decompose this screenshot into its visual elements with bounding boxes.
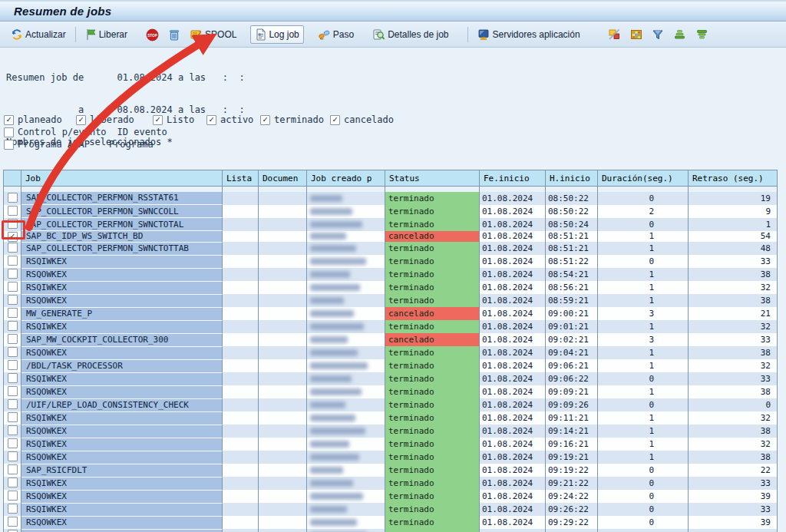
checkbox-liberado[interactable] xyxy=(76,115,86,125)
column-header[interactable]: Lista xyxy=(223,170,259,187)
table-row[interactable]: RSQOWKEXterminado01.08.202409:04:21138 xyxy=(4,346,778,359)
job-name-cell[interactable]: RSQOWKEX xyxy=(21,346,223,359)
row-checkbox[interactable] xyxy=(8,399,18,409)
select-layout-button[interactable] xyxy=(626,25,647,44)
job-name-cell[interactable]: RSQIWKEX xyxy=(21,529,223,532)
select-all-header[interactable] xyxy=(4,170,21,187)
filter-button[interactable] xyxy=(647,25,669,44)
refresh-button[interactable]: Actualizar xyxy=(6,25,71,44)
job-log-button[interactable]: Log job xyxy=(250,25,303,44)
application-servers-button[interactable]: Servidores aplicación xyxy=(473,25,585,44)
row-checkbox[interactable] xyxy=(8,321,18,331)
table-row[interactable]: RSQIWKEXterminado01.08.202409:26:22033 xyxy=(4,503,778,516)
checkbox-listo[interactable] xyxy=(153,115,163,125)
change-layout-button[interactable] xyxy=(603,25,626,44)
table-row[interactable]: RSQIWKEXterminado01.08.202408:56:21132 xyxy=(4,281,778,294)
job-name-cell[interactable]: RSQOWKEX xyxy=(21,294,223,307)
table-row[interactable]: MW_GENERATE_Pcancelado01.08.202409:00:21… xyxy=(4,307,778,320)
job-name-cell[interactable]: RSQOWKEX xyxy=(21,268,223,281)
row-checkbox[interactable] xyxy=(8,451,18,461)
column-header[interactable]: Job xyxy=(21,170,223,187)
job-name-cell[interactable]: SAP_COLLECTOR_PERFMON_SWNCTOTTAB xyxy=(21,242,223,255)
job-name-cell[interactable]: SAP_COLLECTOR_PERFMON_RSSTAT61 xyxy=(21,192,223,205)
job-name-cell[interactable]: RSQOWKEX xyxy=(21,516,223,529)
checkbox-cancelado[interactable] xyxy=(330,115,340,125)
job-name-cell[interactable]: RSQIWKEX xyxy=(21,281,223,294)
table-row[interactable]: RSQOWKEXterminado01.08.202409:09:21138 xyxy=(4,385,778,398)
step-button[interactable]: Paso xyxy=(313,25,358,44)
table-row[interactable]: RSQOWKEXterminado01.08.202408:59:21138 xyxy=(4,294,778,307)
table-row[interactable]: SAP_MW_COCKPIT_COLLECTOR_300cancelado01.… xyxy=(4,333,778,346)
row-checkbox[interactable] xyxy=(8,412,18,422)
table-row[interactable]: SAP_RSICFDLTterminado01.08.202409:19:220… xyxy=(4,464,778,477)
table-row[interactable]: RSQIWKEXterminado01.08.202408:51:22033 xyxy=(4,255,778,268)
job-name-cell[interactable]: RSQOWKEX xyxy=(21,425,223,438)
row-checkbox[interactable] xyxy=(8,504,18,514)
table-row[interactable]: SAP_COLLECTOR_PERFMON_RSSTAT61terminado0… xyxy=(4,192,778,205)
table-row[interactable]: RSQIWKEXterminado01.08.202409:21:22033 xyxy=(4,477,778,490)
row-checkbox[interactable] xyxy=(8,517,18,527)
table-row[interactable]: RSQOWKEXterminado01.08.202409:19:21138 xyxy=(4,451,778,464)
row-checkbox[interactable] xyxy=(8,206,18,216)
job-name-cell[interactable]: SAP_MW_COCKPIT_COLLECTOR_300 xyxy=(21,333,223,346)
row-checkbox[interactable] xyxy=(8,308,18,318)
row-checkbox[interactable] xyxy=(8,464,18,474)
row-checkbox[interactable] xyxy=(8,491,18,501)
job-name-cell[interactable]: MW_GENERATE_P xyxy=(21,307,223,320)
checkbox-activo[interactable] xyxy=(206,115,216,125)
table-row[interactable]: RSQIWKEXterminado01.08.202409:06:22033 xyxy=(4,372,778,385)
stop-job-button[interactable]: STOP xyxy=(141,25,163,45)
row-checkbox[interactable] xyxy=(8,243,18,253)
column-header[interactable]: Fe.inicio xyxy=(480,170,546,187)
row-checkbox[interactable] xyxy=(8,334,18,344)
table-row[interactable]: RSQIWKEXterminado01.08.202409:31:22033 xyxy=(4,529,778,532)
row-checkbox[interactable] xyxy=(8,477,18,487)
row-checkbox[interactable] xyxy=(8,373,18,383)
job-name-cell[interactable]: RSQIWKEX xyxy=(21,320,223,333)
delete-job-button[interactable] xyxy=(163,25,185,45)
table-row[interactable]: RSQIWKEXterminado01.08.202409:11:21132 xyxy=(4,411,778,425)
release-button[interactable]: Liberar xyxy=(81,25,132,44)
table-row[interactable]: /UIF/LREP_LOAD_CONSISTENCY_CHECKterminad… xyxy=(4,398,778,411)
row-checkbox[interactable] xyxy=(8,347,18,357)
job-name-cell[interactable]: /UIF/LREP_LOAD_CONSISTENCY_CHECK xyxy=(21,398,223,411)
job-name-cell[interactable]: RSQIWKEX xyxy=(21,411,223,425)
job-details-button[interactable]: Detalles de job xyxy=(368,25,453,44)
job-name-cell[interactable]: SAP_RSICFDLT xyxy=(21,464,223,477)
job-name-cell[interactable]: SAP_COLLECTOR_PERFMON_SWNCCOLL xyxy=(21,205,223,218)
job-name-cell[interactable]: RSQOWKEX xyxy=(21,490,223,503)
row-checkbox[interactable] xyxy=(8,386,18,396)
column-header[interactable]: Job creado p xyxy=(307,170,385,187)
table-row[interactable]: SAP_COLLECTOR_PERFMON_SWNCTOTTABterminad… xyxy=(4,242,778,255)
job-name-cell[interactable]: RSQIWKEX xyxy=(21,255,223,268)
sort-descending-button[interactable] xyxy=(691,25,713,44)
table-row[interactable]: RSQOWKEXterminado01.08.202409:14:21138 xyxy=(4,425,778,438)
column-header[interactable]: H.inicio xyxy=(546,170,598,187)
job-name-cell[interactable]: SAP_COLLECTOR_PERFMON_SWNCTOTAL xyxy=(21,218,223,231)
column-header[interactable]: Retraso (seg.) xyxy=(689,170,778,187)
row-checkbox[interactable] xyxy=(8,425,18,435)
row-checkbox[interactable] xyxy=(8,282,18,292)
table-row[interactable]: SAP_COLLECTOR_PERFMON_SWNCTOTALterminado… xyxy=(4,218,778,231)
row-checkbox[interactable] xyxy=(8,269,18,279)
table-row[interactable]: RSQOWKEXterminado01.08.202408:54:21138 xyxy=(4,268,778,281)
row-checkbox[interactable] xyxy=(8,256,18,266)
job-name-cell[interactable]: SAP_BC_IDP_WS_SWITCH_BD xyxy=(21,231,223,243)
row-checkbox[interactable] xyxy=(8,438,18,448)
job-name-cell[interactable]: /BDL/TASK_PROCESSOR xyxy=(21,359,223,372)
table-row[interactable]: SAP_BC_IDP_WS_SWITCH_BDcancelado01.08.20… xyxy=(4,231,778,243)
checkbox-terminado[interactable] xyxy=(260,115,270,125)
job-name-cell[interactable]: RSQOWKEX xyxy=(21,385,223,398)
sort-ascending-button[interactable] xyxy=(669,25,691,44)
checkbox-planeado[interactable] xyxy=(4,115,14,125)
table-row[interactable]: /BDL/TASK_PROCESSORterminado01.08.202409… xyxy=(4,359,778,372)
row-checkbox[interactable] xyxy=(8,295,18,305)
checkbox-programa-abap[interactable] xyxy=(4,140,14,150)
table-row[interactable]: RSQOWKEXterminado01.08.202409:24:22039 xyxy=(4,490,778,503)
spool-button[interactable]: SPOOL xyxy=(185,25,241,44)
checkbox-control-evento[interactable] xyxy=(4,127,14,137)
table-row[interactable]: SAP_COLLECTOR_PERFMON_SWNCCOLLterminado0… xyxy=(4,205,778,218)
job-name-cell[interactable]: RSQIWKEX xyxy=(21,477,223,490)
table-row[interactable]: RSQIWKEXterminado01.08.202409:01:21132 xyxy=(4,320,778,333)
column-header[interactable]: Duración(seg.) xyxy=(598,170,689,187)
